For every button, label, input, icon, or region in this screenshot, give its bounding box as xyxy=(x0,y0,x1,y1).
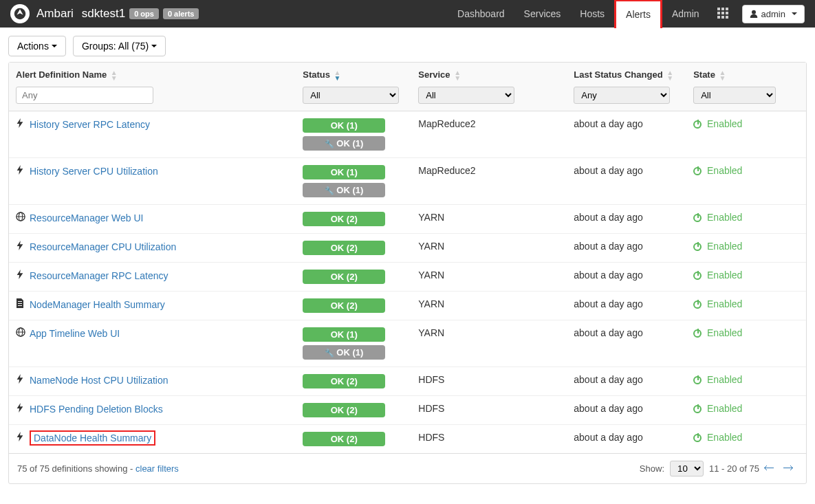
caret-down-icon xyxy=(792,12,797,15)
filter-name-input[interactable] xyxy=(16,87,153,104)
alert-definition-link[interactable]: History Server RPC Latency xyxy=(30,119,150,130)
page-size-select[interactable]: 10 xyxy=(670,461,704,476)
alert-definition-link[interactable]: ResourceManager CPU Utilization xyxy=(30,241,176,252)
col-header-status[interactable]: Status ▲▼ xyxy=(296,63,411,84)
status-badge-ok[interactable]: OK (2) xyxy=(303,212,385,226)
state-toggle[interactable]: Enabled xyxy=(693,118,742,129)
service-cell: YARN xyxy=(411,233,567,262)
state-toggle[interactable]: Enabled xyxy=(693,432,742,443)
nav-item-hosts[interactable]: Hosts xyxy=(570,0,614,28)
prev-page-button[interactable]: 🡐 xyxy=(759,462,779,474)
state-toggle[interactable]: Enabled xyxy=(693,327,742,338)
changed-cell: about a day ago xyxy=(567,233,686,262)
sort-icon: ▲▼ xyxy=(666,70,673,81)
status-badge-maintenance[interactable]: OK (1) xyxy=(303,136,385,151)
service-cell: YARN xyxy=(411,204,567,233)
brand[interactable]: Ambari xyxy=(10,4,74,23)
nav-item-dashboard[interactable]: Dashboard xyxy=(448,0,514,28)
svg-rect-2 xyxy=(721,8,724,10)
power-icon xyxy=(693,243,702,251)
col-header-changed[interactable]: Last Status Changed ▲▼ xyxy=(567,63,686,84)
status-badge-ok[interactable]: OK (2) xyxy=(303,298,385,313)
user-label: admin xyxy=(761,9,785,19)
status-badge-ok[interactable]: OK (1) xyxy=(303,118,385,133)
alert-definition-link[interactable]: ResourceManager Web UI xyxy=(30,212,143,223)
status-badge-ok[interactable]: OK (2) xyxy=(303,374,385,388)
col-header-state[interactable]: State ▲▼ xyxy=(686,63,806,84)
filter-changed-select[interactable]: Any xyxy=(574,87,670,104)
filter-row: All All Any All xyxy=(9,84,806,111)
state-toggle[interactable]: Enabled xyxy=(693,241,742,252)
table-row: ResourceManager CPU UtilizationOK (2)YAR… xyxy=(9,233,806,262)
alert-definition-link[interactable]: App Timeline Web UI xyxy=(30,328,120,339)
apps-grid-icon[interactable] xyxy=(709,8,737,21)
state-toggle[interactable]: Enabled xyxy=(693,212,742,223)
service-cell: MapReduce2 xyxy=(411,111,567,157)
table-row: App Timeline Web UIOK (1)OK (1)YARNabout… xyxy=(9,320,806,366)
state-toggle[interactable]: Enabled xyxy=(693,403,742,414)
svg-point-10 xyxy=(752,10,756,14)
ops-badge[interactable]: 0 ops xyxy=(129,8,159,19)
status-badge-ok[interactable]: OK (2) xyxy=(303,432,385,446)
changed-cell: about a day ago xyxy=(567,424,686,453)
state-toggle[interactable]: Enabled xyxy=(693,374,742,385)
col-header-service[interactable]: Service ▲▼ xyxy=(411,63,567,84)
power-icon xyxy=(693,300,702,309)
file-icon xyxy=(16,298,27,310)
power-icon xyxy=(693,329,702,338)
svg-rect-15 xyxy=(18,303,22,304)
power-icon xyxy=(693,120,702,129)
clear-filters-link[interactable]: clear filters xyxy=(135,463,179,474)
groups-button[interactable]: Groups: All (75) xyxy=(73,36,166,56)
changed-cell: about a day ago xyxy=(567,262,686,291)
alert-definition-link[interactable]: History Server CPU Utilization xyxy=(30,166,158,177)
svg-rect-14 xyxy=(18,301,22,302)
nav-item-admin[interactable]: Admin xyxy=(662,0,709,28)
alert-definition-link[interactable]: DataNode Health Summary xyxy=(30,430,155,446)
bolt-icon xyxy=(16,432,27,443)
alerts-count-badge[interactable]: 0 alerts xyxy=(163,8,199,19)
alerts-table: Alert Definition Name ▲▼ Status ▲▼ Servi… xyxy=(8,62,807,484)
status-badge-ok[interactable]: OK (2) xyxy=(303,403,385,417)
power-icon xyxy=(693,214,702,222)
table-row: HDFS Pending Deletion BlocksOK (2)HDFSab… xyxy=(9,395,806,424)
status-badge-ok[interactable]: OK (2) xyxy=(303,241,385,255)
state-toggle[interactable]: Enabled xyxy=(693,298,742,309)
changed-cell: about a day ago xyxy=(567,320,686,366)
changed-cell: about a day ago xyxy=(567,111,686,157)
nav-item-services[interactable]: Services xyxy=(514,0,571,28)
service-cell: YARN xyxy=(411,262,567,291)
status-badge-maintenance[interactable]: OK (1) xyxy=(303,183,385,197)
alert-definition-link[interactable]: NodeManager Health Summary xyxy=(30,299,165,310)
col-header-name[interactable]: Alert Definition Name ▲▼ xyxy=(9,63,296,84)
toolbar: Actions Groups: All (75) xyxy=(0,28,815,62)
alert-definition-link[interactable]: ResourceManager RPC Latency xyxy=(30,270,169,281)
top-navbar: Ambari sdktest1 0 ops 0 alerts Dashboard… xyxy=(0,0,815,28)
svg-rect-8 xyxy=(721,16,724,19)
filter-state-select[interactable]: All xyxy=(693,87,776,104)
changed-cell: about a day ago xyxy=(567,157,686,204)
state-toggle[interactable]: Enabled xyxy=(693,165,742,176)
power-icon xyxy=(693,167,702,175)
service-cell: MapReduce2 xyxy=(411,157,567,204)
status-badge-ok[interactable]: OK (1) xyxy=(303,165,385,179)
service-cell: HDFS xyxy=(411,424,567,453)
svg-rect-5 xyxy=(721,12,724,14)
status-badge-maintenance[interactable]: OK (1) xyxy=(303,345,385,360)
alert-definition-link[interactable]: HDFS Pending Deletion Blocks xyxy=(30,404,163,415)
next-page-button[interactable]: 🡒 xyxy=(779,462,798,474)
filter-status-select[interactable]: All xyxy=(303,87,399,104)
cluster-name[interactable]: sdktest1 xyxy=(82,7,125,21)
user-menu-button[interactable]: admin xyxy=(742,5,805,23)
alert-definition-link[interactable]: NameNode Host CPU Utilization xyxy=(30,375,169,386)
state-toggle[interactable]: Enabled xyxy=(693,270,742,281)
table-row: DataNode Health SummaryOK (2)HDFSabout a… xyxy=(9,424,806,453)
changed-cell: about a day ago xyxy=(567,204,686,233)
status-badge-ok[interactable]: OK (2) xyxy=(303,270,385,284)
changed-cell: about a day ago xyxy=(567,395,686,424)
nav-item-alerts[interactable]: Alerts xyxy=(614,0,662,28)
status-badge-ok[interactable]: OK (1) xyxy=(303,327,385,342)
actions-button[interactable]: Actions xyxy=(8,36,66,56)
table-row: ResourceManager Web UIOK (2)YARNabout a … xyxy=(9,204,806,233)
filter-service-select[interactable]: All xyxy=(418,87,514,104)
